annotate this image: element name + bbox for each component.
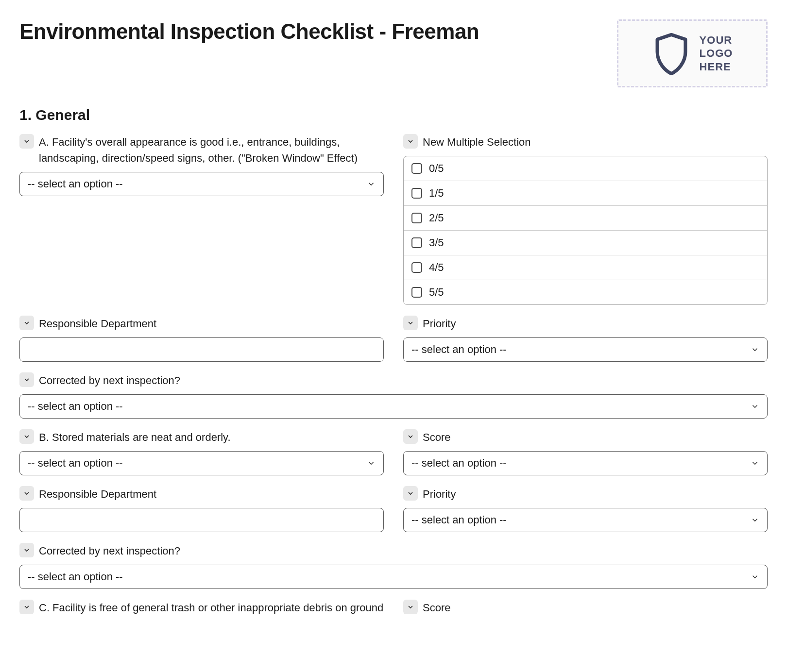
multi-option-2[interactable]: 2/5	[404, 206, 767, 231]
checkbox-icon	[411, 188, 422, 199]
multi-option-label: 1/5	[429, 187, 444, 200]
select-placeholder: -- select an option --	[28, 178, 123, 190]
chevron-down-icon	[407, 137, 414, 145]
chevron-down-icon	[751, 459, 759, 468]
corrected-select-2[interactable]: -- select an option --	[19, 565, 768, 589]
chevron-down-icon	[751, 516, 759, 524]
checkbox-icon	[411, 213, 422, 223]
chevron-down-icon	[407, 433, 414, 440]
multi-option-0[interactable]: 0/5	[404, 156, 767, 181]
chevron-down-icon	[367, 180, 376, 188]
collapse-toggle-score-1[interactable]	[403, 429, 418, 444]
field-c-label: C. Facility is free of general trash or …	[39, 600, 383, 616]
score-label-2: Score	[423, 600, 450, 616]
resp-dept-input-2[interactable]	[19, 508, 384, 532]
section-title: 1. General	[19, 107, 768, 123]
priority-select-2[interactable]: -- select an option --	[403, 508, 768, 532]
multi-option-label: 5/5	[429, 286, 444, 299]
score-label-1: Score	[423, 429, 450, 445]
multi-selection-list: 0/51/52/53/54/55/5	[403, 156, 768, 305]
priority-label-1: Priority	[423, 316, 456, 332]
checkbox-icon	[411, 262, 422, 273]
multi-option-label: 4/5	[429, 261, 444, 274]
multi-option-3[interactable]: 3/5	[404, 231, 767, 255]
multi-selection-label: New Multiple Selection	[423, 134, 531, 150]
resp-dept-label-1: Responsible Department	[39, 316, 156, 332]
multi-option-5[interactable]: 5/5	[404, 280, 767, 304]
collapse-toggle-resp-dept-1[interactable]	[19, 316, 34, 330]
chevron-down-icon	[407, 603, 414, 611]
collapse-toggle-field-a[interactable]	[19, 134, 34, 149]
collapse-toggle-corrected-1[interactable]	[19, 372, 34, 387]
multi-option-4[interactable]: 4/5	[404, 255, 767, 280]
field-b-label: B. Stored materials are neat and orderly…	[39, 429, 231, 445]
corrected-label-1: Corrected by next inspection?	[39, 372, 180, 388]
score-select-1[interactable]: -- select an option --	[403, 451, 768, 475]
chevron-down-icon	[23, 603, 31, 611]
checkbox-icon	[411, 237, 422, 248]
collapse-toggle-priority-1[interactable]	[403, 316, 418, 330]
select-placeholder: -- select an option --	[28, 457, 123, 470]
resp-dept-label-2: Responsible Department	[39, 486, 156, 502]
priority-label-2: Priority	[423, 486, 456, 502]
corrected-label-2: Corrected by next inspection?	[39, 543, 180, 559]
chevron-down-icon	[23, 433, 31, 440]
select-placeholder: -- select an option --	[411, 514, 507, 526]
checkbox-icon	[411, 163, 422, 174]
field-a-select[interactable]: -- select an option --	[19, 172, 384, 196]
collapse-toggle-resp-dept-2[interactable]	[19, 486, 34, 501]
field-a-label: A. Facility's overall appearance is good…	[39, 134, 384, 166]
select-placeholder: -- select an option --	[28, 400, 123, 413]
priority-select-1[interactable]: -- select an option --	[403, 337, 768, 362]
chevron-down-icon	[751, 402, 759, 411]
chevron-down-icon	[751, 345, 759, 354]
resp-dept-input-1[interactable]	[19, 337, 384, 362]
chevron-down-icon	[23, 546, 31, 554]
chevron-down-icon	[23, 489, 31, 497]
collapse-toggle-field-c[interactable]	[19, 600, 34, 614]
chevron-down-icon	[23, 319, 31, 327]
multi-option-label: 0/5	[429, 162, 444, 175]
chevron-down-icon	[751, 572, 759, 581]
logo-placeholder-text: YOUR LOGO HERE	[700, 34, 733, 74]
multi-option-label: 2/5	[429, 212, 444, 224]
chevron-down-icon	[367, 459, 376, 468]
collapse-toggle-corrected-2[interactable]	[19, 543, 34, 557]
select-placeholder: -- select an option --	[411, 457, 507, 470]
chevron-down-icon	[23, 137, 31, 145]
multi-option-1[interactable]: 1/5	[404, 181, 767, 206]
collapse-toggle-priority-2[interactable]	[403, 486, 418, 501]
corrected-select-1[interactable]: -- select an option --	[19, 394, 768, 419]
chevron-down-icon	[407, 489, 414, 497]
page-title: Environmental Inspection Checklist - Fre…	[19, 19, 479, 44]
field-b-select[interactable]: -- select an option --	[19, 451, 384, 475]
select-placeholder: -- select an option --	[411, 343, 507, 356]
logo-placeholder[interactable]: YOUR LOGO HERE	[617, 19, 768, 87]
checkbox-icon	[411, 287, 422, 298]
multi-option-label: 3/5	[429, 236, 444, 249]
collapse-toggle-multi[interactable]	[403, 134, 418, 149]
chevron-down-icon	[407, 319, 414, 327]
collapse-toggle-field-b[interactable]	[19, 429, 34, 444]
shield-icon	[652, 32, 691, 75]
select-placeholder: -- select an option --	[28, 571, 123, 583]
chevron-down-icon	[23, 376, 31, 384]
collapse-toggle-score-2[interactable]	[403, 600, 418, 614]
